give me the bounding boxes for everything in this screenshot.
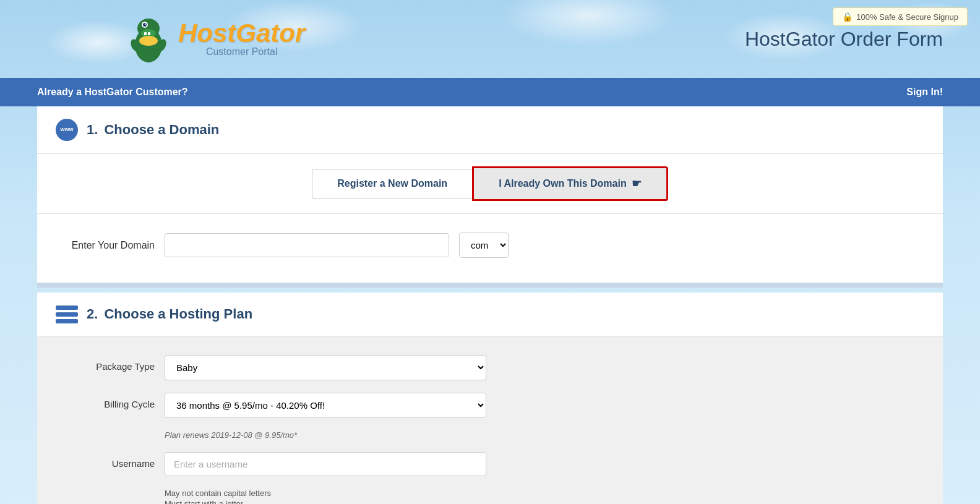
main-content: www 1. Choose a Domain Register a New Do…	[37, 106, 943, 504]
billing-cycle-select[interactable]: 36 months @ 5.95/mo - 40.20% Off! 24 mon…	[165, 393, 486, 418]
domain-input[interactable]	[165, 233, 449, 257]
username-input[interactable]	[165, 452, 486, 476]
logo-text-area: HostGator Customer Portal	[178, 20, 305, 58]
cursor-icon: ☛	[632, 177, 642, 190]
page-wrapper: 🔒 100% Safe & Secure Signup	[0, 0, 980, 504]
domain-tabs-area: Register a New Domain I Already Own This…	[37, 154, 943, 214]
package-type-row: Package Type Hatchling Baby Business	[56, 355, 924, 380]
hosting-section-header: 2. Choose a Hosting Plan	[37, 293, 943, 336]
renews-note: Plan renews 2019-12-08 @ 9.95/mo*	[165, 430, 924, 440]
mascot-icon	[124, 11, 173, 67]
domain-section-header: www 1. Choose a Domain	[37, 106, 943, 154]
package-type-select[interactable]: Hatchling Baby Business	[165, 355, 486, 380]
package-type-label: Package Type	[56, 355, 155, 372]
already-customer-text: Already a HostGator Customer?	[37, 87, 188, 98]
username-row: Username	[56, 452, 924, 476]
validation-rules: May not contain capital letters Must sta…	[165, 489, 924, 504]
billing-cycle-label: Billing Cycle	[56, 393, 155, 409]
logo-portal: Customer Portal	[178, 46, 305, 58]
domain-section: www 1. Choose a Domain Register a New Do…	[37, 106, 943, 283]
domain-label: Enter Your Domain	[56, 240, 155, 251]
billing-cycle-row: Billing Cycle 36 months @ 5.95/mo - 40.2…	[56, 393, 924, 418]
section-gap	[37, 283, 943, 288]
tab-register-domain[interactable]: Register a New Domain	[312, 169, 472, 199]
nav-bar: Already a HostGator Customer? Sign In!	[0, 78, 980, 106]
billing-select-wrapper: 36 months @ 5.95/mo - 40.20% Off! 24 mon…	[165, 393, 486, 418]
logo-hostgator: HostGator	[178, 20, 305, 46]
logo-area: HostGator Customer Portal	[124, 11, 305, 67]
www-icon: www	[56, 119, 78, 141]
svg-rect-7	[148, 32, 150, 35]
tld-select[interactable]: com net org info	[459, 233, 509, 258]
domain-input-area: Enter Your Domain com net org info	[37, 214, 943, 283]
order-form-title: HostGator Order Form	[745, 28, 943, 51]
svg-point-4	[143, 23, 147, 27]
svg-point-8	[139, 36, 158, 46]
tab-already-own-domain[interactable]: I Already Own This Domain ☛	[472, 166, 668, 201]
svg-rect-6	[144, 32, 147, 35]
domain-section-title: 1. Choose a Domain	[87, 122, 219, 138]
hosting-content: Package Type Hatchling Baby Business Bil…	[37, 336, 943, 504]
security-badge: 🔒 100% Safe & Secure Signup	[833, 7, 968, 26]
svg-point-5	[145, 23, 146, 25]
hosting-icon	[56, 305, 78, 323]
hosting-section-title: 2. Choose a Hosting Plan	[87, 306, 252, 322]
validation-rule-1: May not contain capital letters	[165, 489, 924, 498]
lock-icon: 🔒	[842, 12, 853, 22]
hosting-section: 2. Choose a Hosting Plan Package Type Ha…	[37, 293, 943, 504]
validation-rule-2: Must start with a letter	[165, 499, 924, 504]
username-label: Username	[56, 452, 155, 469]
security-text: 100% Safe & Secure Signup	[856, 12, 958, 22]
sign-in-link[interactable]: Sign In!	[906, 87, 943, 98]
